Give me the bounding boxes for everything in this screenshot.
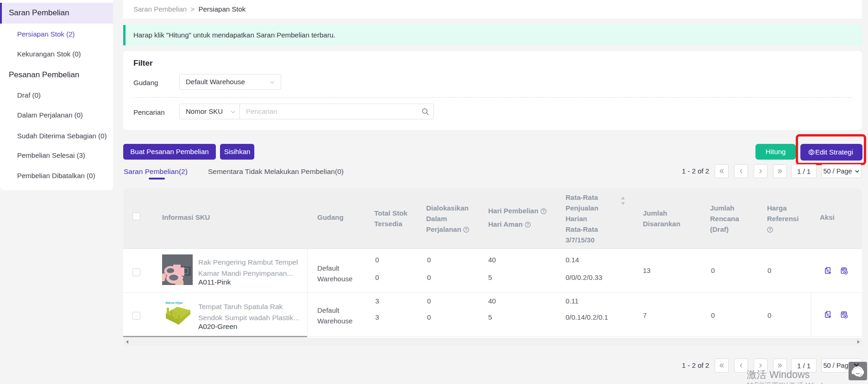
svg-text:?: ? bbox=[769, 227, 772, 232]
svg-text:Warna Hijau: Warna Hijau bbox=[165, 301, 182, 305]
svg-text:?: ? bbox=[465, 227, 468, 232]
svg-text:?: ? bbox=[542, 209, 545, 213]
svg-text:?: ? bbox=[526, 222, 529, 227]
